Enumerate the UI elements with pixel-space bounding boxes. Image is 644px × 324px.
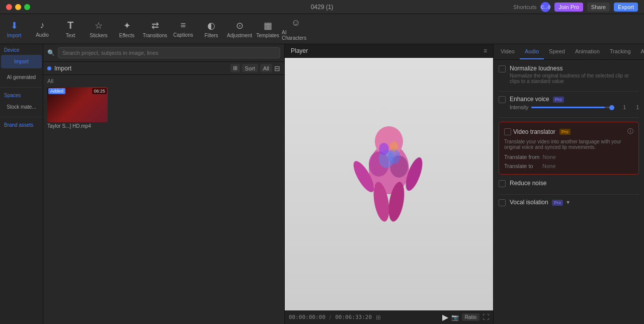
- slider-value: 1: [616, 105, 626, 110]
- tab-audio[interactable]: Audio: [520, 44, 544, 59]
- file-duration: 06:25: [92, 88, 107, 94]
- toolbar-filters[interactable]: ◐ Filters: [197, 15, 225, 43]
- right-panel: Video Audio Speed Animation Tracking Adj…: [493, 44, 644, 324]
- enhance-pro-badge: Pro: [553, 97, 564, 103]
- device-label: Device: [4, 47, 20, 53]
- left-panel-import[interactable]: Import: [1, 55, 42, 68]
- reduce-noise-checkbox[interactable]: [499, 180, 506, 187]
- vt-pro-badge: Pro: [559, 129, 571, 135]
- player-title: Player: [291, 47, 308, 54]
- fullscreen-button[interactable]: ⛶: [482, 313, 489, 321]
- player-actions: ▶ 📷 Ratio ⛶: [442, 312, 489, 322]
- media-thumbnail-1[interactable]: Added 06:25 Taylor S...] HD.mp4: [47, 87, 108, 129]
- maximize-button[interactable]: [24, 4, 30, 10]
- toolbar-stickers[interactable]: ☆ Stickers: [85, 15, 113, 43]
- normalize-checkbox[interactable]: [499, 65, 506, 72]
- vocal-isolation-checkbox[interactable]: [499, 199, 506, 206]
- left-ai-label: AI generated: [7, 74, 36, 80]
- toolbar-templates[interactable]: ▦ Templates: [254, 15, 282, 43]
- close-button[interactable]: [6, 4, 12, 10]
- media-header: 🔍: [43, 44, 284, 62]
- vt-title: Video translator: [513, 128, 555, 135]
- svg-point-11: [390, 141, 398, 151]
- play-button[interactable]: ▶: [442, 312, 448, 322]
- import-toolbar-label[interactable]: Import: [54, 65, 71, 72]
- left-panel-ai-generated[interactable]: AI generated: [1, 70, 42, 84]
- toolbar-import[interactable]: ⬇ Import: [0, 15, 28, 43]
- window-title: 0429 (1): [311, 4, 334, 11]
- toolbar-text[interactable]: T Text: [56, 15, 85, 43]
- left-panel: Device Import AI generated Spaces Stock …: [0, 44, 43, 324]
- right-tabs: Video Audio Speed Animation Tracking Adj…: [494, 44, 644, 60]
- enhance-checkbox[interactable]: [499, 96, 506, 103]
- filters-icon: ◐: [207, 20, 215, 31]
- export-button[interactable]: Export: [614, 3, 638, 12]
- transitions-label: Transitions: [143, 33, 168, 38]
- added-badge: Added: [48, 88, 65, 94]
- minimize-button[interactable]: [15, 4, 21, 10]
- search-icon: 🔍: [47, 49, 55, 56]
- search-input[interactable]: [58, 47, 280, 58]
- left-stock-label: Stock mate...: [7, 104, 36, 110]
- toolbar-audio[interactable]: ♪ Audio: [28, 15, 56, 43]
- adjustment-label: Adjustment: [227, 33, 252, 38]
- share-button[interactable]: Share: [587, 3, 610, 12]
- character-svg: [349, 119, 429, 250]
- normalize-loudness-option: Normalize loudness Normalize the origina…: [499, 65, 639, 84]
- ratio-button[interactable]: Ratio: [462, 313, 479, 321]
- grid-view-button[interactable]: ⊞: [230, 64, 240, 72]
- vt-info-icon[interactable]: ⓘ: [627, 127, 633, 136]
- tab-video[interactable]: Video: [496, 44, 520, 59]
- text-label: Text: [66, 33, 75, 38]
- panel-divider2: [0, 117, 43, 117]
- ai-characters-icon: ☺: [291, 18, 300, 28]
- import-label: Import: [7, 33, 21, 38]
- toolbar-adjustment[interactable]: ⊙ Adjustment: [225, 15, 254, 43]
- toolbar-captions[interactable]: ≡ Captions: [169, 15, 197, 43]
- import-icon: ⬇: [11, 20, 18, 31]
- player-header: Player ≡: [285, 44, 493, 58]
- sort-button[interactable]: Sort: [242, 64, 258, 72]
- left-import-label: Import: [14, 59, 28, 64]
- stickers-label: Stickers: [90, 33, 108, 38]
- tab-tracking[interactable]: Tracking: [605, 44, 636, 59]
- audio-label: Audio: [36, 32, 49, 38]
- normalize-desc: Normalize the original loudness of the s…: [510, 73, 639, 84]
- frames-icon: ⊞: [376, 314, 381, 321]
- all-filter-button[interactable]: All: [260, 64, 272, 72]
- toolbar-ai-characters[interactable]: ☺ AI Characters: [282, 15, 310, 43]
- user-avatar[interactable]: C...0: [540, 2, 550, 12]
- toolbar-transitions[interactable]: ⇄ Transitions: [141, 15, 169, 43]
- divider3: [499, 194, 639, 195]
- captions-icon: ≡: [181, 20, 186, 31]
- main-toolbar: ⬇ Import ♪ Audio T Text ☆ Stickers ✦ Eff…: [0, 14, 644, 44]
- vocal-isolation-title: Vocal isolation Pro ▾: [510, 199, 570, 206]
- main-layout: Device Import AI generated Spaces Stock …: [0, 44, 644, 324]
- spaces-section-label: Spaces: [0, 90, 43, 99]
- toolbar-effects[interactable]: ✦ Effects: [113, 15, 141, 43]
- device-section-label: Device: [0, 44, 43, 54]
- reduce-noise-title: Reduce noise: [510, 180, 546, 187]
- join-pro-button[interactable]: Join Pro: [554, 3, 583, 12]
- intensity-slider[interactable]: [531, 107, 613, 108]
- player-panel: Player ≡: [285, 44, 493, 324]
- screenshot-button[interactable]: 📷: [451, 314, 459, 321]
- audio-icon: ♪: [40, 20, 45, 31]
- thumbnail-grid: Added 06:25 Taylor S...] HD.mp4: [47, 87, 280, 129]
- tab-animation[interactable]: Animation: [570, 44, 605, 59]
- vt-description: Translate your video into another langua…: [504, 139, 633, 150]
- tab-adjustment[interactable]: Adjustment: [636, 44, 644, 59]
- tab-speed[interactable]: Speed: [544, 44, 570, 59]
- player-controls: 00:00:00:00 / 00:06:33:20 ⊞ ▶ 📷 Ratio ⛶: [285, 310, 493, 324]
- time-total: 00:06:33:20: [335, 314, 372, 320]
- text-icon: T: [67, 20, 73, 31]
- enhance-voice-option: Enhance voice Pro Intensity 1 1: [499, 96, 639, 110]
- player-menu-icon[interactable]: ≡: [484, 47, 487, 54]
- shortcuts-label[interactable]: Shortcuts: [513, 4, 536, 10]
- vocal-isolation-option: Vocal isolation Pro ▾: [499, 199, 639, 206]
- filter-button[interactable]: ⊟: [274, 64, 280, 72]
- left-panel-stock[interactable]: Stock mate...: [1, 100, 42, 114]
- vt-checkbox[interactable]: [504, 128, 511, 135]
- vocal-info-icon[interactable]: ▾: [567, 199, 570, 206]
- adjustment-icon: ⊙: [236, 20, 244, 31]
